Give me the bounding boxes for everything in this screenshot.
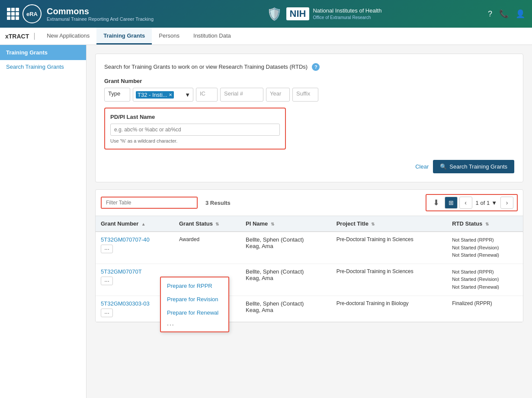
col-grant-number[interactable]: Grant Number ▲	[96, 216, 174, 232]
col-pi-name[interactable]: PI Name ⇅	[240, 216, 331, 232]
results-panel: 3 Results ⬇ ⊞ ‹ 1 of 1 ▼ ›	[95, 189, 523, 322]
cell-project-title-3: Pre-doctoral Training in Biology	[331, 296, 447, 322]
sort-project-title-icon: ⇅	[371, 222, 375, 226]
header-icons: ? 📞 👤	[488, 9, 525, 19]
app-subtitle: Extramural Trainee Reporting And Career …	[47, 16, 154, 22]
era-logo: eRA	[22, 4, 42, 23]
grant-number-link-1[interactable]: 5T32GM070707-40	[101, 236, 150, 243]
col-project-title[interactable]: Project Title ⇅	[331, 216, 447, 232]
cell-grant-number-1: 5T32GM070707-40 ···	[96, 232, 174, 264]
grant-type-field[interactable]: Type	[104, 88, 130, 102]
app-title-block: Commons Extramural Trainee Reporting And…	[47, 6, 154, 22]
nih-logo-block: 🛡️ NIH National Institutes of Health Off…	[160, 7, 488, 21]
cell-rtd-status-3: Finalized (RPPR)	[447, 296, 523, 322]
grant-ic-field[interactable]: IC	[196, 88, 218, 102]
nih-logo: 🛡️ NIH National Institutes of Health Off…	[267, 7, 382, 21]
sidebar: Training Grants Search Training Grants	[0, 45, 87, 398]
cell-project-title-1: Pre-Doctoral Training in Sciences	[331, 232, 447, 264]
grant-number-link-3[interactable]: 5T32GM030303-03	[101, 300, 150, 307]
nih-text: National Institutes of Health Office of …	[313, 7, 381, 20]
grant-number-row: Type T32 - Insti... ✕ ▼ IC Serial # Year	[104, 88, 514, 102]
cell-pi-name-3: Bellte, Sphen (Contact) Keag, Ama	[240, 296, 331, 322]
user-icon[interactable]: 👤	[516, 9, 525, 19]
help-circle-icon[interactable]: ?	[312, 63, 320, 71]
cell-project-title-2: Pre-Doctoral Training in Sciences	[331, 264, 447, 296]
activity-remove-btn[interactable]: ✕	[169, 92, 172, 97]
search-icon: 🔍	[440, 163, 447, 170]
dropdown-item-renewal[interactable]: Prepare for Renewal	[161, 306, 228, 319]
grant-number-link-2[interactable]: 5T32GM07070T	[101, 268, 142, 275]
pdpi-box: PD/PI Last Name Use '%' as a wildcard ch…	[104, 108, 286, 150]
cell-rtd-status-2: Not Started (RPPR)Not Started (Revision)…	[447, 264, 523, 296]
sidebar-title: Training Grants	[0, 45, 86, 60]
sort-pi-name-icon: ⇅	[271, 222, 274, 226]
header-logo: eRA Commons Extramural Trainee Reporting…	[7, 4, 154, 23]
prev-page-button[interactable]: ‹	[459, 197, 472, 209]
results-count: 3 Results	[205, 200, 231, 206]
nav-tabs: New Applications Training Grants Persons…	[40, 28, 238, 45]
nih-badge: NIH	[286, 7, 310, 20]
row-actions-btn-2[interactable]: ···	[101, 277, 113, 285]
next-page-button[interactable]: ›	[500, 197, 513, 209]
tab-new-applications[interactable]: New Applications	[40, 28, 96, 45]
cell-grant-status-1: Awarded	[174, 232, 240, 264]
main: Training Grants Search Training Grants S…	[0, 45, 532, 398]
download-button[interactable]: ⬇	[430, 197, 443, 209]
toolbar-right: ⬇ ⊞ ‹ 1 of 1 ▼ ›	[426, 194, 518, 211]
search-actions: Clear 🔍 Search Training Grants	[104, 156, 514, 173]
page-info: 1 of 1 ▼	[474, 200, 499, 206]
clear-button[interactable]: Clear	[415, 163, 429, 170]
grid-view-button[interactable]: ⊞	[445, 197, 458, 209]
nav-bar: xTRACT New Applications Training Grants …	[0, 28, 532, 45]
search-panel-title: Search for Training Grants to work on or…	[104, 63, 514, 71]
phone-icon[interactable]: 📞	[499, 9, 509, 19]
grant-activity-field[interactable]: T32 - Insti... ✕ ▼	[133, 88, 193, 102]
row-actions-dropdown: Prepare for RPPR Prepare for Revision Pr…	[160, 277, 229, 332]
results-toolbar: 3 Results ⬇ ⊞ ‹ 1 of 1 ▼ ›	[96, 190, 523, 216]
app-name: Commons	[47, 6, 154, 16]
help-icon[interactable]: ?	[488, 10, 492, 19]
pdpi-label: PD/PI Last Name	[110, 114, 280, 120]
filter-input[interactable]	[102, 197, 197, 208]
grant-suffix-field[interactable]: Suffix	[292, 88, 318, 102]
col-grant-status[interactable]: Grant Status ⇅	[174, 216, 240, 232]
cell-pi-name-2: Bellte, Sphen (Contact) Keag, Ama	[240, 264, 331, 296]
content-area: Search for Training Grants to work on or…	[87, 45, 532, 398]
row-actions-btn-1[interactable]: ···	[101, 245, 113, 253]
pdpi-hint: Use '%' as a wildcard character.	[110, 138, 280, 143]
filter-box-wrapper	[101, 197, 198, 209]
search-button[interactable]: 🔍 Search Training Grants	[433, 160, 514, 173]
cell-rtd-status-1: Not Started (RPPR)Not Started (Revision)…	[447, 232, 523, 264]
sort-grant-number-icon: ▲	[141, 222, 146, 226]
grant-serial-field[interactable]: Serial #	[220, 88, 263, 102]
sort-grant-status-icon: ⇅	[215, 222, 219, 226]
nav-brand: xTRACT	[5, 33, 35, 40]
grant-year-field[interactable]: Year	[266, 88, 290, 102]
grant-number-label: Grant Number	[104, 78, 514, 84]
row-actions-btn-3[interactable]: ···	[101, 309, 113, 317]
dropdown-item-rppr[interactable]: Prepare for RPPR	[161, 279, 228, 293]
tab-institution-data[interactable]: Institution Data	[186, 28, 238, 45]
cell-pi-name-1: Bellte, Sphen (Contact) Keag, Ama	[240, 232, 331, 264]
header: eRA Commons Extramural Trainee Reporting…	[0, 0, 532, 28]
sort-rtd-status-icon: ⇅	[485, 222, 489, 226]
sidebar-item-search-training-grants[interactable]: Search Training Grants	[0, 60, 86, 73]
dropdown-item-revision[interactable]: Prepare for Revision	[161, 293, 228, 306]
tab-persons[interactable]: Persons	[152, 28, 186, 45]
pdpi-input[interactable]	[110, 124, 280, 136]
dropdown-dots: ···	[161, 319, 228, 330]
tab-training-grants[interactable]: Training Grants	[96, 28, 152, 45]
page-chevron-icon[interactable]: ▼	[491, 200, 497, 206]
table-row: 5T32GM070707-40 ··· Awarded Bellte, Sphe…	[96, 232, 523, 264]
search-panel: Search for Training Grants to work on or…	[95, 54, 523, 182]
activity-chevron: ▼	[185, 92, 190, 98]
grid-icon	[7, 8, 19, 20]
col-rtd-status[interactable]: RTD Status ⇅	[447, 216, 523, 232]
activity-tag: T32 - Insti... ✕	[136, 91, 174, 99]
